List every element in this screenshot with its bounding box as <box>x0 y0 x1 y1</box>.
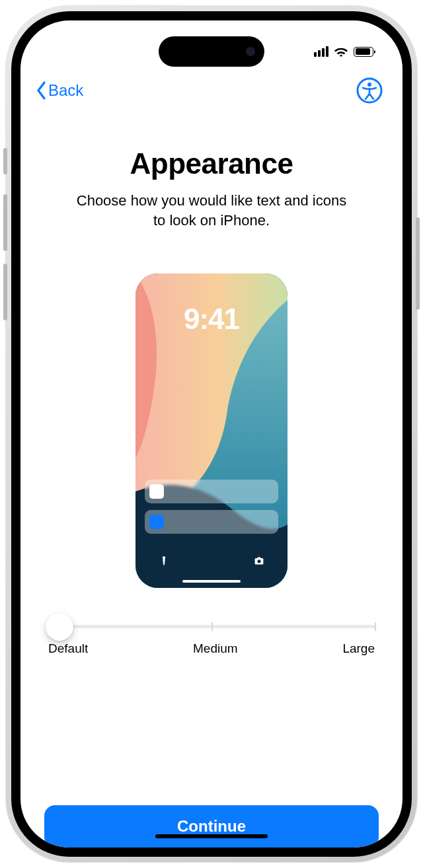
power-button <box>416 217 420 310</box>
slider-tick <box>375 622 376 631</box>
accessibility-icon <box>356 77 383 104</box>
notification-placeholder <box>145 480 278 503</box>
battery-icon <box>354 47 373 57</box>
home-indicator <box>155 834 268 838</box>
slider-labels: Default Medium Large <box>47 641 376 656</box>
accessibility-button[interactable] <box>356 77 383 104</box>
wifi-icon <box>334 46 348 57</box>
slider-tick <box>212 622 213 631</box>
flashlight-icon <box>155 552 173 569</box>
slider-label-medium: Medium <box>193 641 238 656</box>
svg-point-1 <box>367 83 371 87</box>
home-indicator <box>182 580 241 583</box>
preview-container: 9:41 <box>135 273 288 588</box>
notification-app-icon <box>149 484 164 499</box>
continue-button[interactable]: Continue <box>44 805 379 848</box>
screen: Back Appearance Choose how you would lik… <box>20 20 403 848</box>
page-subtitle: Choose how you would like text and icons… <box>69 191 354 230</box>
volume-down-button <box>3 264 7 320</box>
volume-up-button <box>3 194 7 251</box>
cellular-signal-icon <box>314 46 328 57</box>
device-frame: Back Appearance Choose how you would lik… <box>6 6 417 862</box>
continue-label: Continue <box>177 817 246 836</box>
slider-thumb[interactable] <box>46 613 73 641</box>
content: Appearance Choose how you would like tex… <box>20 117 403 779</box>
back-button[interactable]: Back <box>36 81 83 100</box>
chevron-left-icon <box>36 81 47 100</box>
text-size-slider[interactable]: Default Medium Large <box>44 625 379 656</box>
lockscreen-preview: 9:41 <box>135 273 288 588</box>
svg-rect-5 <box>258 558 261 559</box>
lockscreen-clock: 9:41 <box>135 303 288 336</box>
slider-label-default: Default <box>48 641 88 656</box>
camera-icon <box>250 552 268 569</box>
back-label: Back <box>48 81 83 100</box>
device-bezel: Back Appearance Choose how you would lik… <box>11 11 412 857</box>
silence-switch <box>3 148 7 174</box>
page-title: Appearance <box>130 147 293 180</box>
notification-app-icon <box>149 515 164 529</box>
slider-label-large: Large <box>342 641 375 656</box>
dynamic-island <box>159 36 264 67</box>
slider-track <box>47 625 376 628</box>
notification-placeholder <box>145 510 278 534</box>
nav-bar: Back <box>20 71 403 117</box>
svg-point-4 <box>257 560 260 563</box>
